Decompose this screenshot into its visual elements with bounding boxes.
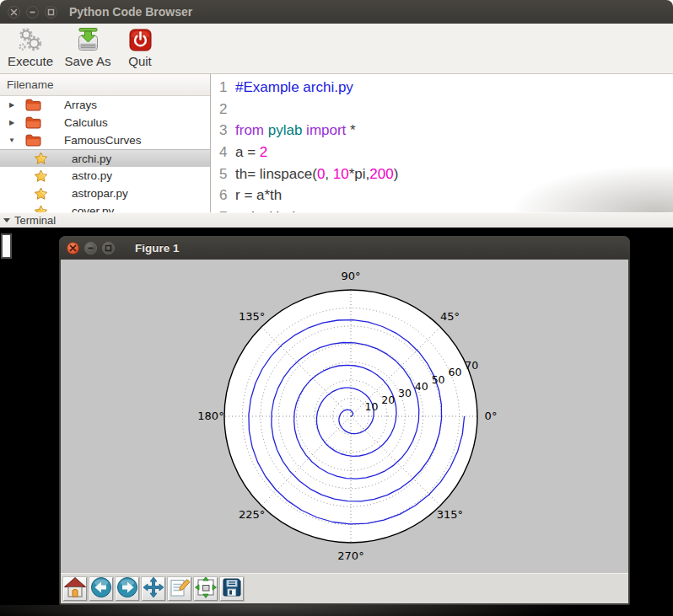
line-number: 7 — [219, 206, 230, 212]
toolbar-button-execute[interactable]: Execute — [7, 26, 54, 68]
file-tree-header[interactable]: Filename — [0, 74, 210, 96]
tree-item-label: astropar.py — [72, 187, 128, 200]
line-number: 2 — [219, 99, 230, 121]
code-segment: #Example archi.py — [235, 77, 353, 99]
polar-angle-label: 0° — [485, 410, 498, 422]
tree-item-label: Calculus — [64, 116, 108, 129]
code-segment: from — [235, 120, 268, 142]
tree-item-calculus[interactable]: ▶Calculus — [0, 114, 210, 131]
folder-icon — [25, 134, 42, 147]
line-number: 5 — [219, 163, 230, 185]
polar-angle-label: 180° — [197, 410, 223, 422]
figure-toolbar-forward-button[interactable] — [116, 577, 139, 601]
tree-item-label: Arrays — [64, 99, 97, 111]
code-segment: th= linspace( — [235, 163, 317, 185]
tree-item-cover-py[interactable]: cover.py — [0, 202, 210, 212]
polar-angle-label: 315° — [437, 508, 463, 521]
terminal-label: Terminal — [14, 214, 56, 227]
star-icon — [34, 205, 49, 213]
tree-item-arrays[interactable]: ▶Arrays — [0, 96, 210, 114]
figure-toolbar-configure-subplots-button[interactable] — [194, 577, 218, 601]
code-segment: 200 — [369, 163, 393, 185]
polar-r-label: 10 — [364, 400, 378, 413]
tree-item-famouscurves[interactable]: ▼FamousCurves — [0, 131, 210, 149]
figure-toolbar-pan-button[interactable] — [142, 577, 165, 601]
polar-r-label: 30 — [398, 387, 412, 399]
code-segment: polar(th,r) — [235, 206, 298, 212]
tree-item-label: cover.py — [72, 205, 114, 212]
window-maximize-button[interactable] — [45, 6, 57, 19]
terminal-section-header[interactable]: Terminal — [0, 212, 673, 228]
window-minimize-button[interactable] — [26, 6, 39, 19]
figure-window-title: Figure 1 — [135, 242, 180, 254]
code-segment: import — [306, 120, 350, 142]
code-segment: pylab — [268, 120, 306, 142]
app-content: Filename ▶Arrays▶Calculus▼FamousCurvesar… — [0, 74, 673, 212]
polar-chart: 0°45°90°135°180°225°270°315°102030405060… — [61, 260, 628, 573]
tree-item-astropar-py[interactable]: astropar.py — [0, 185, 210, 202]
polar-angle-label: 270° — [337, 549, 363, 562]
expander-closed-icon[interactable]: ▶ — [7, 119, 17, 126]
code-line-3: 3from pylab import * — [219, 120, 673, 142]
figure-toolbar — [61, 573, 628, 603]
code-segment: , — [325, 163, 332, 185]
figure-toolbar-save-button[interactable] — [220, 577, 244, 601]
drive-download-icon — [75, 26, 101, 54]
home-icon — [64, 576, 86, 602]
expander-open-icon[interactable]: ▼ — [7, 137, 17, 144]
zoom-edit-icon — [169, 576, 191, 602]
figure-close-button[interactable] — [67, 242, 79, 254]
back-icon — [90, 576, 112, 602]
python-code-browser-window: Python Code Browser ExecuteSave AsQuit F… — [0, 0, 673, 228]
polar-r-label: 50 — [432, 373, 445, 386]
polar-r-label: 70 — [465, 359, 478, 372]
window-close-button[interactable] — [8, 6, 20, 19]
file-tree-rows: ▶Arrays▶Calculus▼FamousCurvesarchi.pyast… — [0, 96, 210, 212]
figure-toolbar-home-button[interactable] — [63, 577, 87, 601]
subplots-icon — [195, 576, 217, 602]
figure-minimize-button[interactable] — [84, 242, 97, 254]
star-icon — [34, 169, 49, 183]
maximize-icon — [105, 240, 112, 255]
file-tree-pane: Filename ▶Arrays▶Calculus▼FamousCurvesar… — [0, 74, 211, 212]
pan-icon — [143, 576, 164, 602]
chevron-down-icon — [3, 218, 10, 222]
figure-toolbar-zoom-to-rect-button[interactable] — [168, 577, 191, 601]
tree-item-label: FamousCurves — [64, 134, 142, 147]
figure-toolbar-back-button[interactable] — [89, 577, 113, 601]
code-segment: 10 — [333, 163, 349, 185]
floppy-icon — [221, 576, 243, 602]
polar-angle-label: 45° — [440, 310, 460, 323]
folder-icon — [25, 99, 42, 111]
line-number: 6 — [219, 185, 230, 206]
app-window-title: Python Code Browser — [69, 5, 192, 19]
tree-item-label: astro.py — [72, 169, 112, 182]
minimize-icon — [29, 4, 36, 19]
code-line-1: 1#Example archi.py — [219, 77, 673, 99]
code-segment: 0 — [317, 163, 325, 185]
line-number: 1 — [219, 77, 230, 99]
close-icon — [10, 4, 18, 19]
code-editor[interactable]: 1#Example archi.py23from pylab import *4… — [211, 74, 673, 212]
polar-angle-label: 225° — [239, 508, 265, 521]
expander-closed-icon[interactable]: ▶ — [7, 101, 17, 109]
figure-window: Figure 1 0°45°90°135°180°225°270°315°102… — [59, 236, 630, 605]
tree-item-archi-py[interactable]: archi.py — [0, 149, 210, 167]
file-tree-header-label: Filename — [7, 78, 54, 91]
code-segment: r = a*th — [235, 185, 282, 206]
tree-item-astro-py[interactable]: astro.py — [0, 167, 210, 185]
code-line-7: 7polar(th,r) — [219, 206, 673, 212]
toolbar-button-quit[interactable]: Quit — [121, 26, 159, 68]
power-icon — [129, 26, 152, 54]
line-number: 3 — [219, 120, 230, 142]
figure-canvas[interactable]: 0°45°90°135°180°225°270°315°102030405060… — [61, 260, 628, 573]
toolbar-button-label: Execute — [8, 54, 53, 68]
code-segment: 2 — [260, 142, 267, 163]
gears-icon — [15, 26, 46, 54]
polar-angle-label: 90° — [341, 270, 360, 282]
code-line-2: 2 — [219, 99, 673, 121]
figure-maximize-button[interactable] — [102, 242, 115, 254]
toolbar-button-save-as[interactable]: Save As — [64, 26, 111, 68]
figure-titlebar: Figure 1 — [59, 236, 630, 260]
code-line-5: 5th= linspace(0, 10*pi,200) — [219, 163, 673, 185]
